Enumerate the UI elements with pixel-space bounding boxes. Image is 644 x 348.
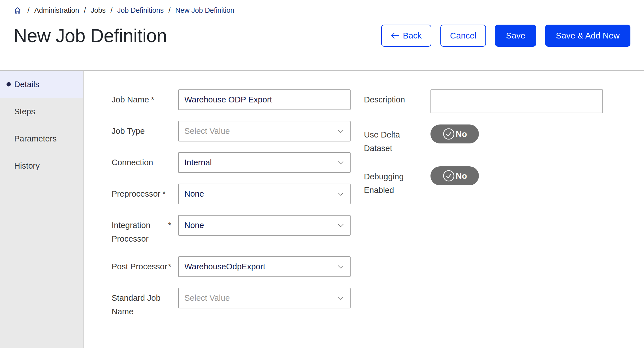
form-row-post-processor: Post Processor*WarehouseOdpExport	[112, 256, 351, 277]
content-area: DetailsStepsParametersHistory Job Name*J…	[0, 70, 644, 348]
use-delta-dataset-toggle-value: No	[456, 129, 467, 139]
form-row-description: Description	[364, 89, 603, 113]
chevron-down-icon	[338, 192, 344, 196]
form-row-integration-processor: Integration Processor*None	[112, 215, 351, 246]
breadcrumb-separator: /	[84, 6, 86, 14]
chevron-down-icon	[338, 161, 344, 165]
home-icon[interactable]	[14, 7, 22, 14]
sidebar-item-label: Details	[14, 80, 39, 89]
post-processor-select[interactable]: WarehouseOdpExport	[178, 256, 351, 277]
sidebar-item-details[interactable]: Details	[0, 71, 83, 98]
cancel-button-label: Cancel	[450, 31, 476, 40]
breadcrumb-separator: /	[169, 6, 170, 14]
form-row-debugging-enabled: Debugging EnabledNo	[364, 166, 603, 197]
save-add-new-button-label: Save & Add New	[556, 31, 620, 40]
breadcrumb: /Administration/Jobs/Job Definitions/New…	[14, 6, 644, 14]
page-title: New Job Definition	[14, 25, 381, 46]
form-column-left: Job Name*Job TypeSelect ValueConnectionI…	[112, 89, 351, 348]
post-processor-value: WarehouseOdpExport	[184, 262, 265, 271]
check-circle-icon	[442, 128, 455, 140]
field-label-job-name: Job Name*	[112, 93, 172, 110]
form-row-job-type: Job TypeSelect Value	[112, 121, 351, 141]
chevron-down-icon	[338, 265, 344, 269]
sidebar-item-history[interactable]: History	[0, 152, 83, 179]
connection-value: Internal	[184, 158, 212, 167]
form-row-standard-job-name: Standard Job NameSelect Value	[112, 288, 351, 318]
header-actions: BackCancelSaveSave & Add New	[381, 25, 630, 47]
required-asterisk: *	[168, 260, 171, 273]
sidebar-nav: DetailsStepsParametersHistory	[0, 71, 84, 348]
page-header: /Administration/Jobs/Job Definitions/New…	[0, 6, 644, 70]
standard-job-name-value: Select Value	[184, 293, 230, 303]
integration-processor-select[interactable]: None	[178, 215, 351, 236]
field-label-use-delta-dataset: Use Delta Dataset	[364, 128, 423, 155]
check-circle-icon	[442, 169, 455, 182]
field-label-description: Description	[364, 93, 423, 113]
standard-job-name-select[interactable]: Select Value	[178, 288, 351, 308]
form-area: Job Name*Job TypeSelect ValueConnectionI…	[84, 71, 644, 348]
form-row-connection: ConnectionInternal	[112, 152, 351, 173]
breadcrumb-item-new-job-definition[interactable]: New Job Definition	[175, 6, 234, 14]
field-label-standard-job-name: Standard Job Name	[112, 291, 172, 318]
save-button-label: Save	[506, 31, 525, 40]
cancel-button[interactable]: Cancel	[440, 25, 486, 47]
required-asterisk: *	[168, 218, 171, 232]
save-button[interactable]: Save	[495, 25, 536, 47]
breadcrumb-separator: /	[110, 6, 112, 14]
form-row-use-delta-dataset: Use Delta DatasetNo	[364, 124, 603, 155]
form-row-job-name: Job Name*	[112, 89, 351, 110]
job-type-value: Select Value	[184, 126, 230, 136]
breadcrumb-item-job-definitions[interactable]: Job Definitions	[117, 6, 164, 14]
title-row: New Job Definition BackCancelSaveSave & …	[14, 25, 630, 47]
description-input[interactable]	[430, 89, 603, 113]
form-column-right: DescriptionUse Delta DatasetNoDebugging …	[364, 89, 603, 348]
use-delta-dataset-toggle[interactable]: No	[430, 124, 479, 143]
required-asterisk: *	[151, 95, 154, 104]
breadcrumb-item-jobs: Jobs	[91, 6, 106, 14]
form-row-preprocessor: Preprocessor*None	[112, 184, 351, 204]
new-job-definition-page: /Administration/Jobs/Job Definitions/New…	[0, 0, 644, 348]
sidebar-item-label: Parameters	[14, 134, 57, 143]
breadcrumb-item-administration: Administration	[34, 6, 79, 14]
field-label-job-type: Job Type	[112, 124, 172, 141]
sidebar-item-steps[interactable]: Steps	[0, 98, 83, 125]
debugging-enabled-toggle[interactable]: No	[430, 166, 479, 185]
connection-select[interactable]: Internal	[178, 152, 351, 173]
sidebar-item-label: History	[14, 161, 40, 171]
preprocessor-select[interactable]: None	[178, 184, 351, 204]
back-button[interactable]: Back	[381, 25, 431, 47]
sidebar-item-parameters[interactable]: Parameters	[0, 125, 83, 152]
chevron-down-icon	[338, 296, 344, 300]
required-asterisk: *	[162, 189, 165, 198]
field-label-integration-processor: Integration Processor*	[112, 218, 172, 246]
chevron-down-icon	[338, 129, 344, 133]
save-add-new-button[interactable]: Save & Add New	[545, 25, 630, 47]
sidebar-item-label: Steps	[14, 107, 35, 116]
integration-processor-value: None	[184, 221, 204, 230]
field-label-debugging-enabled: Debugging Enabled	[364, 170, 423, 197]
arrow-left-icon	[391, 32, 399, 39]
field-label-preprocessor: Preprocessor*	[112, 187, 172, 204]
back-button-label: Back	[403, 31, 422, 40]
job-name-input[interactable]	[178, 89, 351, 110]
field-label-connection: Connection	[112, 156, 172, 173]
breadcrumb-separator: /	[27, 6, 29, 14]
debugging-enabled-toggle-value: No	[456, 171, 467, 181]
preprocessor-value: None	[184, 189, 204, 199]
chevron-down-icon	[338, 224, 344, 227]
job-type-select[interactable]: Select Value	[178, 121, 351, 141]
active-bullet-icon	[7, 82, 11, 87]
field-label-post-processor: Post Processor*	[112, 260, 172, 277]
